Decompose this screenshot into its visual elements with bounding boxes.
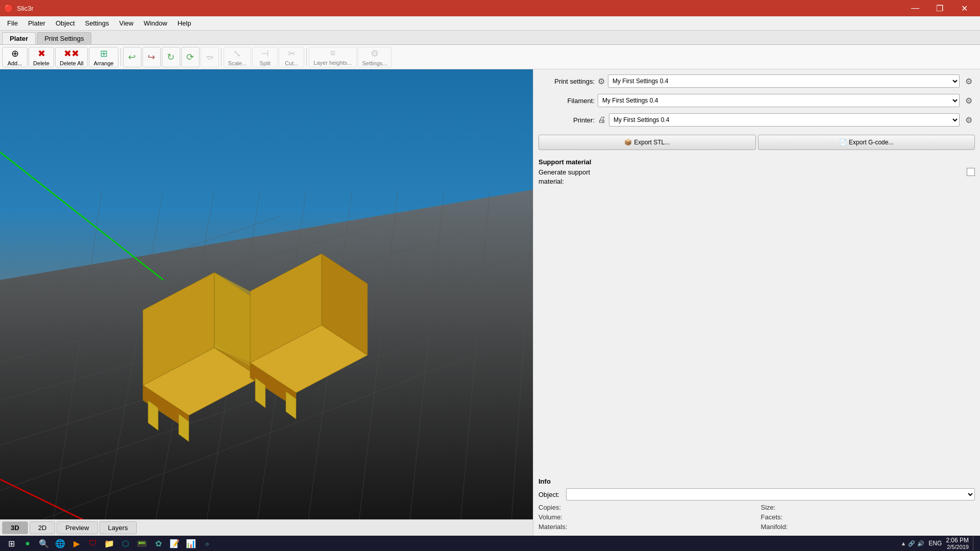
generate-support-label: Generate supportmaterial: [538,168,590,186]
scale-button[interactable]: ⤡ Scale... [224,47,252,67]
taskbar-clock: 2:06 PM 2/5/2019 [946,537,969,550]
layer-heights-label: Layer heights... [313,60,352,66]
filament-gear[interactable]: ⚙ [963,94,975,107]
facets-label: Facets: [761,513,783,521]
taskbar-malware[interactable]: 🛡 [86,536,100,550]
taskbar-vlc[interactable]: ▶ [69,536,84,550]
taskbar-chrome[interactable]: 🌐 [53,536,67,550]
settings-button[interactable]: ⚙ Settings... [358,47,392,67]
print-settings-row: Print settings: ⚙ My First Settings 0.4 … [538,74,975,88]
clock-time: 2:06 PM [946,537,969,544]
export-gcode-label: Export G-code... [849,139,893,146]
minimize-button[interactable]: — [903,0,927,16]
printer-label: Printer: [538,116,595,124]
printer-icon: 🖨 [598,115,606,124]
undo-button[interactable]: ↩ [123,47,141,67]
taskbar-search[interactable]: 🔍 [37,536,51,550]
menu-window[interactable]: Window [138,17,172,29]
redo3-button[interactable]: ⟳ [181,47,200,67]
viewport[interactable]: 3D 2D Preview Layers [0,69,533,536]
scale-label: Scale... [228,60,247,66]
generate-support-checkbox[interactable] [967,168,975,176]
print-settings-select[interactable]: My First Settings 0.4 [608,74,960,88]
export-stl-button[interactable]: 📦 Export STL... [538,135,756,150]
redo4-button[interactable]: ⤼ [201,47,219,67]
materials-row: Materials: [538,523,753,531]
add-label: Add... [8,60,22,66]
tray-arrow[interactable]: ▲ [900,540,906,546]
scale-icon: ⤡ [233,48,241,59]
materials-label: Materials: [538,523,567,531]
menu-help[interactable]: Help [173,17,197,29]
separator-1 [120,48,121,66]
tab-plater[interactable]: Plater [2,32,36,44]
separator-3 [306,48,307,66]
arrange-icon: ⊞ [100,48,108,59]
redo2-button[interactable]: ↻ [162,47,180,67]
delete-icon: ✖ [38,48,45,59]
titlebar-left: 🔴 Slic3r [4,4,34,12]
redo1-button[interactable]: ↪ [142,47,161,67]
tab-layers[interactable]: Layers [100,521,137,534]
tab-print-settings[interactable]: Print Settings [37,32,91,44]
tab-2d[interactable]: 2D [30,521,56,534]
taskbar-left: ⊞ ● 🔍 🌐 ▶ 🛡 📁 ⬡ 📟 ✿ 📝 📊 ⬦ [4,536,214,550]
tray-volume[interactable]: 🔊 [917,540,924,547]
object-select[interactable] [566,488,975,500]
cut-icon: ✂ [288,48,296,59]
delete-all-button[interactable]: ✖✖ Delete All [55,47,88,67]
export-gcode-icon: 📄 [839,139,847,146]
taskbar-files[interactable]: 📁 [102,536,116,550]
filament-select[interactable]: My First Settings 0.4 [598,94,960,107]
menu-view[interactable]: View [114,17,138,29]
printer-gear[interactable]: ⚙ [963,114,975,126]
taskbar-app3[interactable]: ✿ [151,536,165,550]
volume-row: Volume: [538,513,753,521]
info-object-row: Object: [538,488,975,500]
settings-icon: ⚙ [371,48,379,59]
show-desktop[interactable] [973,536,976,550]
menu-object[interactable]: Object [51,17,80,29]
menu-file[interactable]: File [2,17,23,29]
taskbar-notepad[interactable]: 📝 [167,536,182,550]
taskbar-arduino[interactable]: ⬡ [118,536,133,550]
titlebar: 🔴 Slic3r — ❐ ✕ [0,0,980,16]
split-button[interactable]: ⊣ Split [252,47,278,67]
info-section-title: Info [538,478,975,485]
start-button[interactable]: ⊞ [4,536,18,550]
menu-plater[interactable]: Plater [23,17,51,29]
size-row: Size: [761,504,975,511]
taskbar-app2[interactable]: 📟 [135,536,149,550]
printer-select[interactable]: My First Settings 0.4 [609,113,960,127]
separator-2 [221,48,222,66]
maximize-button[interactable]: ❐ [928,0,951,16]
taskbar-spotify[interactable]: ● [20,536,35,550]
print-settings-gear2[interactable]: ⚙ [963,75,975,87]
taskbar-app5[interactable]: ⬦ [200,536,214,550]
add-button[interactable]: ⊕ Add... [2,47,28,67]
titlebar-controls: — ❐ ✕ [903,0,976,16]
export-stl-label: Export STL... [634,139,670,146]
redo4-icon: ⤼ [206,52,213,63]
export-gcode-button[interactable]: 📄 Export G-code... [758,135,975,150]
export-stl-icon: 📦 [624,139,632,146]
cut-button[interactable]: ✂ Cut... [279,47,304,67]
tray-network[interactable]: 🔗 [908,540,915,547]
arrange-button[interactable]: ⊞ Arrange [89,47,118,67]
info-grid: Copies: Size: Volume: Facets: Materials: [538,504,975,531]
info-section: Info Object: Copies: Size: Volume: [538,478,975,531]
delete-button[interactable]: ✖ Delete [29,47,54,67]
close-button[interactable]: ✕ [952,0,976,16]
titlebar-title: Slic3r [17,5,34,12]
layer-heights-button[interactable]: ≡ Layer heights... [309,47,356,67]
tab-3d[interactable]: 3D [2,521,28,534]
menu-settings[interactable]: Settings [80,17,114,29]
split-label: Split [260,60,271,66]
app-icon: 🔴 [4,4,13,12]
language-indicator[interactable]: ENG [928,540,942,547]
viewport-scene [0,69,533,536]
support-section: Support material Generate supportmateria… [538,154,975,186]
tab-preview[interactable]: Preview [57,521,97,534]
filament-row: Filament: My First Settings 0.4 ⚙ [538,94,975,107]
taskbar-matlab[interactable]: 📊 [184,536,198,550]
